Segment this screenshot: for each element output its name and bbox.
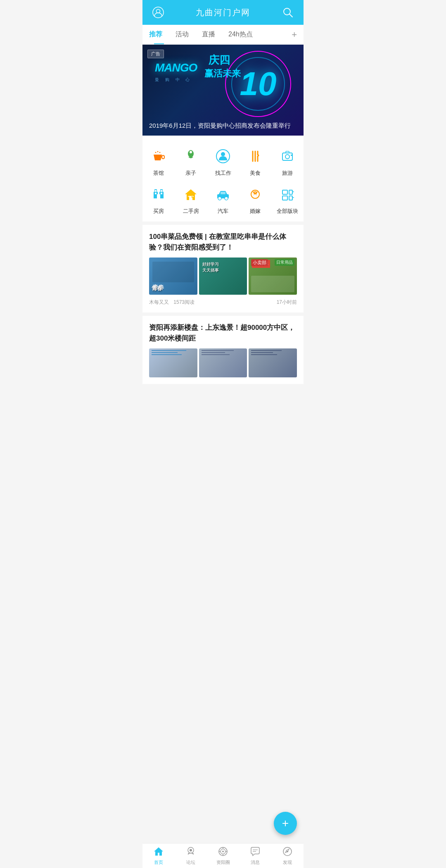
job-label: 找工作 [215, 169, 231, 177]
all-label: 全部版块 [277, 207, 298, 215]
banner-caption: 2019年6月12日，资阳曼购中心招商发布会隆重举行 [142, 122, 304, 136]
category-car[interactable]: 汽车 [209, 184, 237, 215]
promo-text1: 庆四 [209, 53, 230, 67]
svg-rect-11 [282, 153, 292, 160]
svg-rect-35 [282, 190, 287, 194]
category-wedding[interactable]: 婚嫁 [241, 184, 270, 215]
svg-rect-20 [155, 193, 157, 194]
news-2-image-3 [249, 348, 297, 377]
car-label: 汽车 [218, 207, 228, 215]
parenting-icon [180, 145, 202, 167]
app-title: 九曲河门户网 [196, 7, 250, 18]
travel-label: 旅游 [282, 169, 293, 177]
news-2-image-1 [149, 348, 197, 377]
svg-point-8 [221, 152, 225, 156]
svg-rect-23 [161, 190, 162, 192]
job-icon [212, 145, 234, 167]
top-header: 九曲河门户网 [142, 0, 304, 25]
teahouse-label: 茶馆 [153, 169, 164, 177]
news-2-images [149, 348, 297, 377]
svg-point-29 [218, 197, 221, 200]
icon-row-2: 买房 二手房 [142, 180, 304, 218]
wedding-label: 婚嫁 [250, 207, 261, 215]
news-1-time: 17小时前 [277, 299, 297, 306]
category-food[interactable]: 美食 [241, 145, 270, 177]
secondhome-label: 二手房 [183, 207, 199, 215]
svg-rect-31 [221, 192, 225, 194]
svg-rect-19 [157, 194, 160, 198]
ad-tag: 广告 [147, 50, 164, 58]
user-icon-button[interactable] [151, 5, 166, 20]
svg-marker-33 [252, 189, 259, 196]
svg-rect-21 [161, 193, 162, 194]
nav-tabs: 推荐 活动 直播 24h热点 + [142, 25, 304, 45]
icon-row-1: 茶馆 亲子 找工作 [142, 142, 304, 180]
car-icon [212, 184, 234, 205]
secondhome-icon [180, 184, 202, 205]
all-icon [277, 184, 298, 205]
news-2-title: 资阳再添新楼盘：上东逸景！超90000方中区，超300米楼间距 [149, 322, 297, 343]
parenting-label: 亲子 [185, 169, 196, 177]
news-2-image-2 [199, 348, 247, 377]
news-1-image-2: 好好学习天天搞事 [199, 258, 247, 295]
svg-rect-14 [291, 155, 292, 156]
buyhome-icon [148, 184, 169, 205]
news-1-images: 青春 好好学习天天搞事 小卖部 日常用品 [149, 258, 297, 295]
banner[interactable]: 广告 MANGO 曼 购 中 心 10 庆四 赢活未来 2019年6月12日，资… [142, 45, 304, 136]
promo-circle: 10 [225, 51, 291, 117]
svg-point-1 [157, 10, 160, 13]
svg-rect-37 [289, 190, 292, 194]
news-1-title: 100串菜品免费领 | 在教室里吃串串是什么体验？我们在资阳感受到了！ [149, 231, 297, 253]
buyhome-label: 买房 [153, 207, 164, 215]
tab-live[interactable]: 直播 [195, 25, 222, 44]
category-travel[interactable]: 旅游 [273, 145, 302, 177]
svg-rect-38 [289, 196, 292, 200]
news-1-meta: 木每又又 1573阅读 17小时前 [149, 299, 297, 306]
svg-rect-22 [155, 190, 157, 192]
teahouse-icon [148, 145, 169, 167]
category-icon-grid: 茶馆 亲子 找工作 [142, 136, 304, 222]
svg-line-3 [289, 14, 292, 17]
category-buyhome[interactable]: 买房 [144, 184, 173, 215]
news-1-author: 木每又又 1573阅读 [149, 299, 195, 306]
category-secondhome[interactable]: 二手房 [176, 184, 205, 215]
category-teahouse[interactable]: 茶馆 [144, 145, 173, 177]
mango-brand: MANGO [155, 61, 197, 74]
category-job[interactable]: 找工作 [209, 145, 237, 177]
mango-sub: 曼 购 中 心 [155, 77, 192, 83]
news-item-2[interactable]: 资阳再添新楼盘：上东逸景！超90000方中区，超300米楼间距 [142, 316, 304, 384]
promo-text2: 赢活未来 [204, 67, 241, 80]
banner-decoration: MANGO 曼 购 中 心 10 庆四 赢活未来 [142, 45, 304, 123]
news-1-image-3: 小卖部 日常用品 [249, 258, 297, 295]
svg-point-12 [285, 155, 289, 159]
news-item-1[interactable]: 100串菜品免费领 | 在教室里吃串串是什么体验？我们在资阳感受到了！ 青春 好… [142, 225, 304, 312]
travel-icon [277, 145, 298, 167]
search-icon-button[interactable] [280, 5, 295, 20]
category-parenting[interactable]: 亲子 [176, 145, 205, 177]
svg-rect-13 [286, 151, 289, 153]
tab-hotspot[interactable]: 24h热点 [222, 25, 259, 44]
svg-point-0 [153, 7, 164, 18]
add-tab-button[interactable]: + [292, 29, 297, 40]
category-all[interactable]: 全部版块 [273, 184, 302, 215]
svg-marker-24 [185, 189, 197, 194]
tab-activity[interactable]: 活动 [169, 25, 195, 44]
wedding-icon [244, 184, 266, 205]
tab-recommend[interactable]: 推荐 [149, 25, 169, 44]
food-icon [244, 145, 266, 167]
svg-rect-4 [162, 155, 164, 159]
food-label: 美食 [250, 169, 261, 177]
svg-point-6 [190, 151, 192, 153]
svg-rect-36 [282, 196, 287, 200]
svg-point-30 [225, 197, 228, 200]
banner-title: 2019年6月12日，资阳曼购中心招商发布会隆重举行 [149, 122, 304, 130]
news-1-image-1: 青春 [149, 258, 197, 295]
promo-number: 10 [240, 67, 277, 100]
